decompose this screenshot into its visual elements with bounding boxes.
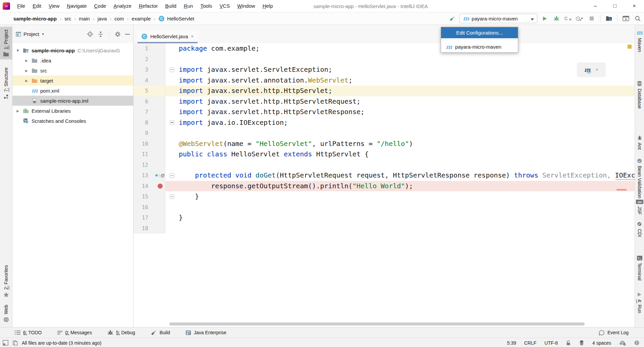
tool-button-ant[interactable]: Ant xyxy=(635,135,644,150)
debug-button[interactable] xyxy=(552,15,561,21)
status-bar: All files are up-to-date (3 minutes ago)… xyxy=(0,338,644,347)
tool-button-4-run[interactable]: 4: Run xyxy=(635,292,644,313)
caret-position[interactable]: 5:39 xyxy=(507,340,516,346)
run-with-coverage-icon[interactable]: C xyxy=(564,16,573,21)
expand-arrow-icon[interactable]: ▶ xyxy=(22,79,31,83)
menu-navigate[interactable]: Navigate xyxy=(63,3,90,9)
menu-edit[interactable]: Edit xyxy=(29,3,45,9)
implementing-marker-icon[interactable] xyxy=(155,174,158,177)
error-stripe-mark[interactable] xyxy=(616,189,627,191)
tool-button-cdi[interactable]: CDI xyxy=(635,221,644,237)
expand-arrow-icon[interactable]: ▶ xyxy=(22,59,31,62)
toolwindow-toggle-icon[interactable] xyxy=(3,340,8,346)
tree-item-external-libraries[interactable]: ▶External Libraries xyxy=(12,106,133,116)
editor-tab[interactable]: C HelloServlet.java × xyxy=(138,31,198,43)
tool-button-7-structure[interactable]: 7: Structure xyxy=(0,65,12,101)
breadcrumb-item-sample-micro-app[interactable]: sample-micro-app xyxy=(13,16,57,21)
inspection-status-indicator[interactable] xyxy=(628,45,632,49)
menu-view[interactable]: View xyxy=(45,3,63,9)
fold-marker-icon[interactable] xyxy=(170,173,174,178)
menu-analyze[interactable]: Analyze xyxy=(110,3,135,9)
menu-help[interactable]: Help xyxy=(259,3,277,9)
tree-item-sample-micro-app[interactable]: ▼sample-micro-appC:\Users\jGauravG xyxy=(12,45,133,55)
tool-button-terminal[interactable]: Terminal xyxy=(635,256,644,281)
fold-marker-icon[interactable] xyxy=(170,67,174,72)
menu-vcs[interactable]: VCS xyxy=(216,3,233,9)
tree-item-idea[interactable]: ▶.idea xyxy=(12,55,133,65)
jsf-icon: JSF xyxy=(636,200,643,204)
tool-button-jsf[interactable]: JSFJSF xyxy=(635,200,644,215)
close-button[interactable]: × xyxy=(625,0,644,12)
collapse-arrow-icon[interactable]: ▼ xyxy=(14,49,22,52)
collapse-all-icon[interactable] xyxy=(98,31,104,37)
maximize-button[interactable]: □ xyxy=(605,0,625,12)
tool-button-database[interactable]: Database xyxy=(635,81,644,109)
tree-item-target[interactable]: ▶target xyxy=(12,76,133,86)
menu-file[interactable]: File xyxy=(13,3,29,9)
edit-configurations-item[interactable]: Edit Configurations... xyxy=(441,27,518,38)
fold-marker-icon[interactable] xyxy=(170,120,174,125)
close-tab-icon[interactable]: × xyxy=(191,34,194,40)
close-widget-icon[interactable]: × xyxy=(595,66,599,73)
run-configuration-select[interactable]: m payara-micro-maven xyxy=(460,14,537,23)
breadcrumb-item-example[interactable]: example xyxy=(132,16,151,21)
horizontal-scrollbar[interactable] xyxy=(169,323,585,326)
tool-button-bean-validation[interactable]: Bean Validation xyxy=(635,158,644,198)
code-line: 4import javax.servlet.annotation.WebServ… xyxy=(133,75,635,86)
breadcrumb-item-main[interactable]: main xyxy=(79,16,90,21)
cloud-settings-icon[interactable]: ? xyxy=(619,340,626,346)
expand-arrow-icon[interactable]: ▶ xyxy=(14,109,22,113)
event-log-button[interactable]: Event Log xyxy=(599,330,629,336)
status-item-6-todo[interactable]: 6: TODO xyxy=(15,330,42,335)
line-separator[interactable]: CRLF xyxy=(524,340,537,346)
maven-refresh-icon[interactable] xyxy=(587,69,591,74)
tool-button-web[interactable]: Web xyxy=(0,302,12,325)
status-item-java-enterprise[interactable]: Java Enterprise xyxy=(185,330,226,335)
notifications-icon[interactable] xyxy=(634,340,639,345)
tool-button-2-favorites[interactable]: 2: Favorites xyxy=(0,262,12,300)
breakpoint-icon[interactable] xyxy=(158,184,163,189)
payara-micro-maven-item[interactable]: m payara-micro-maven xyxy=(441,41,518,52)
menu-refactor[interactable]: Refactor xyxy=(135,3,162,9)
build-project-icon[interactable] xyxy=(448,15,457,22)
menu-code[interactable]: Code xyxy=(91,3,110,9)
run-button[interactable] xyxy=(540,16,549,21)
status-item-5-debug[interactable]: 5: Debug xyxy=(107,330,135,336)
readonly-lock-icon[interactable] xyxy=(566,340,571,346)
fold-marker-icon[interactable] xyxy=(170,194,174,199)
override-arrow-icon[interactable]: ↑ xyxy=(158,170,160,181)
minimize-button[interactable]: – xyxy=(586,0,605,12)
gear-icon[interactable] xyxy=(115,31,121,37)
run-with-profiler-icon[interactable] xyxy=(576,16,584,21)
tree-item-scratches-and-consoles[interactable]: Scratches and Consoles xyxy=(12,116,133,126)
expand-arrow-icon[interactable]: ▶ xyxy=(22,69,31,72)
run-anything-icon[interactable] xyxy=(622,16,630,21)
breadcrumb-item-src[interactable]: src xyxy=(64,16,71,21)
tree-item-src[interactable]: ▶src xyxy=(12,65,133,76)
gutter-cell xyxy=(155,43,165,54)
tree-item-sample-micro-app-iml[interactable]: sample-micro-app.iml xyxy=(12,96,133,106)
java-class-icon: C xyxy=(141,33,148,40)
tree-item-pom-xml[interactable]: mpom.xml xyxy=(12,86,133,96)
code-editor[interactable]: 1package com.example;23import javax.serv… xyxy=(133,43,635,327)
status-item-build[interactable]: Build xyxy=(151,330,170,336)
menu-build[interactable]: Build xyxy=(161,3,180,9)
menu-window[interactable]: Window xyxy=(233,3,259,9)
search-everywhere-icon[interactable] xyxy=(633,15,642,21)
breadcrumb-item-helloservlet[interactable]: CHelloServlet xyxy=(158,15,194,22)
status-item-0-messages[interactable]: 0: Messages xyxy=(57,330,92,335)
tool-button-maven[interactable]: mMaven xyxy=(635,30,644,52)
highlighting-level-icon[interactable] xyxy=(579,340,584,346)
menu-run[interactable]: Run xyxy=(180,3,197,9)
locate-file-icon[interactable] xyxy=(87,31,93,37)
file-encoding[interactable]: UTF-8 xyxy=(544,340,558,346)
breadcrumb-item-java[interactable]: java xyxy=(98,16,107,21)
project-structure-icon[interactable] xyxy=(604,16,613,21)
breadcrumb-item-com[interactable]: com xyxy=(114,16,124,21)
hide-panel-icon[interactable] xyxy=(125,34,130,35)
chevron-down-icon[interactable]: ▼ xyxy=(42,33,45,36)
indent-setting[interactable]: 4 spaces xyxy=(592,340,611,346)
menu-tools[interactable]: Tools xyxy=(197,3,216,9)
tool-button-1-project[interactable]: 1: Project xyxy=(0,27,12,59)
project-panel-title[interactable]: Project xyxy=(23,31,39,37)
